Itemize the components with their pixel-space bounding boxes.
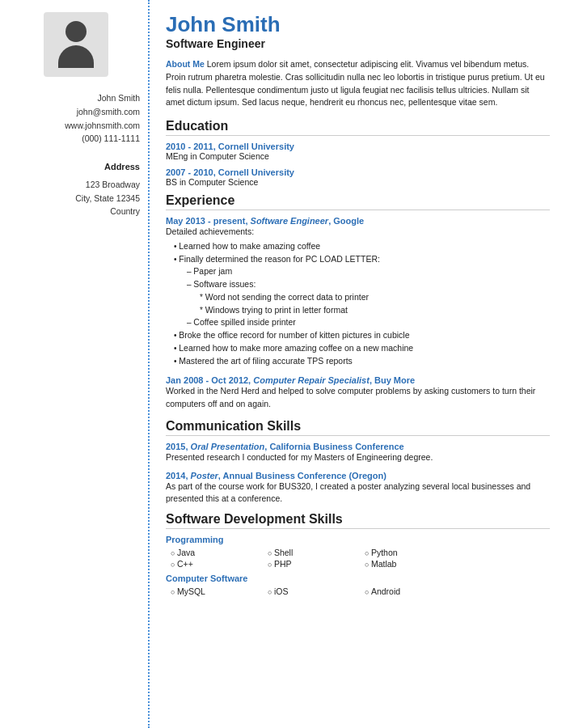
address-line1: 123 Broadway	[75, 178, 140, 192]
comm-entry-2: 2014, Poster, Annual Business Conference…	[166, 471, 550, 506]
exp-sub-sub-list: Word not sending the correct data to pri…	[187, 291, 550, 317]
person-icon	[58, 21, 94, 68]
sidebar-website: www.johnsmith.com	[65, 119, 140, 133]
address-line3: Country	[75, 205, 140, 218]
skills-section: Programming Java Shell Python C++ PHP Ma…	[166, 535, 550, 596]
exp-subsub-1b: Windows trying to print in letter format	[200, 304, 550, 317]
exp-entry-1: May 2013 - present, Software Engineer, G…	[166, 216, 550, 367]
exp-title-1: May 2013 - present, Software Engineer, G…	[166, 216, 550, 226]
exp-sub-1b: Software issues: Word not sending the co…	[187, 278, 550, 316]
resume-page: John Smith john@smith.com www.johnsmith.…	[0, 0, 566, 728]
comm-desc-1: Presented research I conducted for my Ma…	[166, 451, 550, 464]
experience-section-title: Experience	[166, 193, 550, 210]
skill-shell: Shell	[268, 548, 365, 557]
address-label: Address	[75, 160, 140, 175]
exp-bullet-1c: Broke the office record for number of ki…	[174, 329, 550, 342]
address-line2: City, State 12345	[75, 192, 140, 205]
comm-entry-1: 2015, Oral Presentation, California Busi…	[166, 442, 550, 464]
sidebar-contact: John Smith john@smith.com www.johnsmith.…	[65, 91, 140, 146]
skills-category-software: Computer Software	[166, 574, 550, 583]
about-label: About Me	[166, 59, 205, 69]
edu-title-2: 2007 - 2010, Cornell University	[166, 167, 550, 177]
sidebar-name: John Smith	[65, 91, 140, 105]
exp-title-2: Jan 2008 - Oct 2012, Computer Repair Spe…	[166, 375, 550, 385]
skill-matlab: Matlab	[365, 559, 462, 569]
skill-python: Python	[365, 548, 462, 557]
sidebar-phone: (000) 111-1111	[65, 132, 140, 146]
edu-degree-1: MEng in Computer Science	[166, 151, 550, 161]
skills-category-programming: Programming	[166, 535, 550, 544]
job-title: Software Engineer	[166, 37, 550, 50]
exp-sub-list: Paper jam Software issues: Word not send…	[174, 265, 550, 329]
main-content: John Smith Software Engineer About Me Lo…	[150, 0, 566, 728]
skills-grid-programming: Java Shell Python C++ PHP Matlab	[166, 548, 550, 569]
exp-subsub-1a: Word not sending the correct data to pri…	[200, 291, 550, 304]
exp-desc-1: Detailed achievements: Learned how to ma…	[166, 226, 550, 367]
exp-sub-1a: Paper jam	[187, 265, 550, 278]
skill-mysql: MySQL	[171, 586, 268, 596]
avatar-body	[58, 45, 94, 68]
exp-bullet-1e: Mastered the art of filing accurate TPS …	[174, 355, 550, 368]
sidebar-email: john@smith.com	[65, 105, 140, 119]
exp-bullet-1b: Finally determined the reason for PC LOA…	[174, 253, 550, 330]
sidebar-address-section: Address 123 Broadway City, State 12345 C…	[75, 160, 140, 218]
edu-entry-1: 2010 - 2011, Cornell University MEng in …	[166, 142, 550, 161]
comm-title-1: 2015, Oral Presentation, California Busi…	[166, 442, 550, 451]
skill-java: Java	[171, 548, 268, 557]
edu-title-1: 2010 - 2011, Cornell University	[166, 142, 550, 151]
exp-desc-2: Worked in the Nerd Herd and helped to so…	[166, 385, 550, 411]
about-text: Lorem ipsum dolor sit amet, consectetur …	[166, 59, 545, 107]
skills-grid-software: MySQL iOS Android	[166, 586, 550, 596]
avatar-head	[65, 21, 87, 42]
edu-degree-2: BS in Computer Science	[166, 177, 550, 187]
full-name: John Smith	[166, 12, 550, 37]
exp-entry-2: Jan 2008 - Oct 2012, Computer Repair Spe…	[166, 375, 550, 411]
skill-ios: iOS	[268, 586, 365, 596]
sidebar: John Smith john@smith.com www.johnsmith.…	[0, 0, 150, 728]
exp-bullet-list-1: Learned how to make amazing coffee Final…	[166, 240, 550, 368]
skill-android: Android	[365, 586, 462, 596]
edu-entry-2: 2007 - 2010, Cornell University BS in Co…	[166, 167, 550, 187]
exp-sub-1c: Coffee spilled inside printer	[187, 316, 550, 329]
avatar	[44, 12, 108, 77]
exp-bullet-1a: Learned how to make amazing coffee	[174, 240, 550, 253]
communication-section-title: Communication Skills	[166, 419, 550, 436]
comm-desc-2: As part of the course work for BUS320, I…	[166, 480, 550, 506]
comm-title-2: 2014, Poster, Annual Business Conference…	[166, 471, 550, 480]
skills-section-title: Software Development Skills	[166, 512, 550, 529]
skill-php: PHP	[268, 559, 365, 569]
education-section-title: Education	[166, 119, 550, 136]
about-section: About Me Lorem ipsum dolor sit amet, con…	[166, 58, 550, 109]
exp-bullet-1d: Learned how to make more amazing coffee …	[174, 342, 550, 355]
skill-cpp: C++	[171, 559, 268, 569]
